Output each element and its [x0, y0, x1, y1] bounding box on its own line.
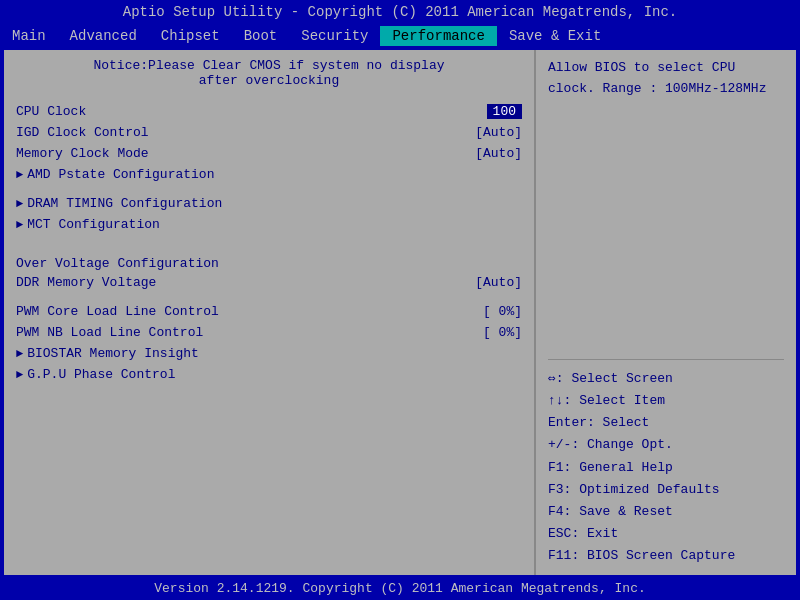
main-content: Notice:Please Clear CMOS if system no di… [4, 50, 796, 575]
menu-item-chipset[interactable]: Chipset [149, 26, 232, 46]
memory-clock-value: [Auto] [475, 146, 522, 161]
over-voltage-header: Over Voltage Configuration [16, 256, 522, 271]
cpu-clock-row[interactable]: CPU Clock 100 [16, 104, 522, 119]
pwm-nb-value: [ 0%] [483, 325, 522, 340]
menu-item-security[interactable]: Security [289, 26, 380, 46]
dram-timing-label: DRAM TIMING Configuration [27, 196, 222, 211]
footer-text: Version 2.14.1219. Copyright (C) 2011 Am… [154, 581, 645, 596]
gpu-phase-arrow: ► [16, 368, 23, 382]
biostar-memory-arrow: ► [16, 347, 23, 361]
title-bar: Aptio Setup Utility - Copyright (C) 2011… [0, 0, 800, 24]
memory-clock-row[interactable]: Memory Clock Mode [Auto] [16, 146, 522, 161]
menu-item-boot[interactable]: Boot [232, 26, 290, 46]
ddr-voltage-label: DDR Memory Voltage [16, 275, 156, 290]
biostar-memory-item[interactable]: ► BIOSTAR Memory Insight [16, 346, 522, 361]
mct-config-label: MCT Configuration [27, 217, 160, 232]
menu-item-performance[interactable]: Performance [380, 26, 496, 46]
cpu-clock-label: CPU Clock [16, 104, 86, 119]
nav-help-item: F3: Optimized Defaults [548, 479, 784, 501]
nav-help-item: F4: Save & Reset [548, 501, 784, 523]
nav-help-item: ESC: Exit [548, 523, 784, 545]
menu-item-advanced[interactable]: Advanced [58, 26, 149, 46]
nav-help-item: ↑↓: Select Item [548, 390, 784, 412]
amd-pstate-label: AMD Pstate Configuration [27, 167, 214, 182]
nav-help-item: F1: General Help [548, 457, 784, 479]
help-text: Allow BIOS to select CPU clock. Range : … [548, 58, 784, 359]
mct-config-item[interactable]: ► MCT Configuration [16, 217, 522, 232]
memory-clock-label: Memory Clock Mode [16, 146, 149, 161]
ddr-voltage-row[interactable]: DDR Memory Voltage [Auto] [16, 275, 522, 290]
amd-pstate-item[interactable]: ► AMD Pstate Configuration [16, 167, 522, 182]
nav-help-item: F11: BIOS Screen Capture [548, 545, 784, 567]
menu-item-save---exit[interactable]: Save & Exit [497, 26, 613, 46]
notice-line2: after overclocking [16, 73, 522, 88]
amd-pstate-arrow: ► [16, 168, 23, 182]
notice-line1: Notice:Please Clear CMOS if system no di… [16, 58, 522, 73]
igd-clock-label: IGD Clock Control [16, 125, 149, 140]
ddr-voltage-value: [Auto] [475, 275, 522, 290]
help-line2: clock. Range : 100MHz-128MHz [548, 79, 784, 100]
dram-timing-item[interactable]: ► DRAM TIMING Configuration [16, 196, 522, 211]
pwm-core-value: [ 0%] [483, 304, 522, 319]
help-line1: Allow BIOS to select CPU [548, 58, 784, 79]
title-text: Aptio Setup Utility - Copyright (C) 2011… [123, 4, 678, 20]
menu-item-main[interactable]: Main [0, 26, 58, 46]
dram-timing-arrow: ► [16, 197, 23, 211]
notice-text: Notice:Please Clear CMOS if system no di… [16, 58, 522, 88]
gpu-phase-item[interactable]: ► G.P.U Phase Control [16, 367, 522, 382]
cpu-clock-value: 100 [487, 104, 522, 119]
left-panel: Notice:Please Clear CMOS if system no di… [4, 50, 536, 575]
menu-bar: MainAdvancedChipsetBootSecurityPerforman… [0, 24, 800, 48]
nav-help-item: Enter: Select [548, 412, 784, 434]
footer: Version 2.14.1219. Copyright (C) 2011 Am… [0, 577, 800, 600]
biostar-memory-label: BIOSTAR Memory Insight [27, 346, 199, 361]
pwm-core-row[interactable]: PWM Core Load Line Control [ 0%] [16, 304, 522, 319]
pwm-nb-label: PWM NB Load Line Control [16, 325, 203, 340]
igd-clock-value: [Auto] [475, 125, 522, 140]
pwm-core-label: PWM Core Load Line Control [16, 304, 219, 319]
mct-config-arrow: ► [16, 218, 23, 232]
pwm-nb-row[interactable]: PWM NB Load Line Control [ 0%] [16, 325, 522, 340]
nav-help-item: ⇔: Select Screen [548, 368, 784, 390]
igd-clock-row[interactable]: IGD Clock Control [Auto] [16, 125, 522, 140]
gpu-phase-label: G.P.U Phase Control [27, 367, 175, 382]
right-panel: Allow BIOS to select CPU clock. Range : … [536, 50, 796, 575]
nav-help-item: +/-: Change Opt. [548, 434, 784, 456]
nav-help: ⇔: Select Screen↑↓: Select ItemEnter: Se… [548, 359, 784, 567]
